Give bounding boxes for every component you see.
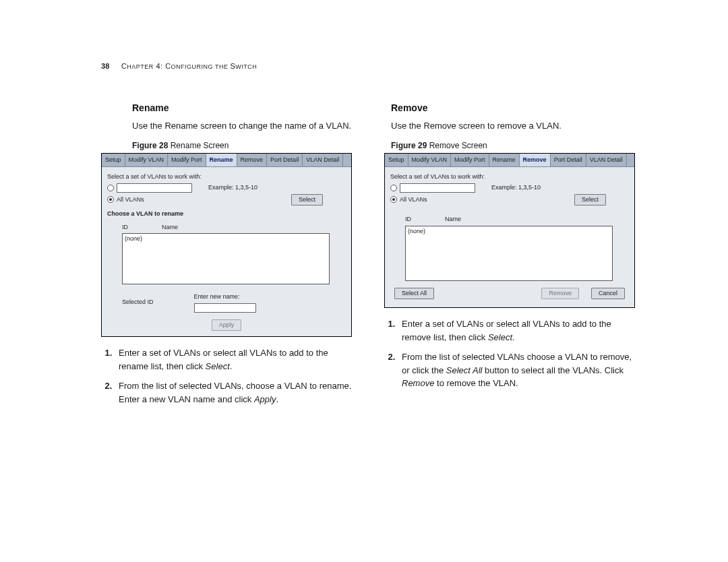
col-id: ID (122, 223, 128, 232)
section-title-remove: Remove (391, 101, 640, 115)
tab-port-detail[interactable]: Port Detail (551, 154, 586, 167)
example-text: Example: 1,3,5-10 (208, 183, 257, 193)
remove-step-1: Enter a set of VLANs or select all VLANs… (398, 317, 640, 344)
rename-step-1: Enter a set of VLANs or select all VLANs… (115, 346, 357, 373)
tab-vlan-detail[interactable]: VLAN Detail (586, 154, 627, 167)
figure-29-caption: Figure 29 Remove Screen (391, 139, 640, 152)
select-all-button[interactable]: Select All (394, 288, 434, 300)
apply-button[interactable]: Apply (212, 319, 242, 332)
selected-id-label: Selected ID (122, 298, 154, 307)
select-set-label: Select a set of VLANs to work with: (107, 173, 346, 182)
radio-set[interactable] (390, 185, 397, 191)
remove-step-2: From the list of selected VLANs choose a… (398, 350, 640, 390)
select-button[interactable]: Select (574, 194, 606, 206)
vlan-listbox[interactable]: (none) (122, 233, 330, 284)
radio-all-vlans[interactable] (107, 196, 114, 203)
vlan-set-input[interactable] (400, 183, 475, 193)
remove-button[interactable]: Remove (541, 288, 579, 300)
tab-modify-port[interactable]: Modify Port (451, 154, 489, 167)
section-title-rename: Rename (132, 101, 357, 115)
remove-screenshot: Setup Modify VLAN Modify Port Rename Rem… (384, 153, 635, 309)
tab-setup[interactable]: Setup (102, 154, 125, 167)
tab-modify-port[interactable]: Modify Port (168, 154, 206, 167)
tab-remove[interactable]: Remove (237, 154, 268, 167)
rename-description: Use the Rename screen to change the name… (132, 119, 357, 133)
col-id: ID (405, 215, 411, 224)
all-vlans-label: All VLANs (117, 195, 144, 205)
tab-modify-vlan[interactable]: Modify VLAN (125, 154, 169, 167)
tab-rename[interactable]: Rename (489, 154, 520, 167)
new-name-label: Enter new name: (194, 293, 240, 300)
new-name-input[interactable] (194, 303, 256, 313)
remove-description: Use the Remove screen to remove a VLAN. (391, 119, 640, 133)
tabs-row: Setup Modify VLAN Modify Port Rename Rem… (102, 154, 351, 168)
tab-modify-vlan[interactable]: Modify VLAN (408, 154, 452, 167)
col-name: Name (445, 215, 461, 224)
right-column: Remove Use the Remove screen to remove a… (384, 61, 640, 412)
remove-steps: Enter a set of VLANs or select all VLANs… (384, 317, 640, 390)
left-column: Rename Use the Rename screen to change t… (101, 61, 357, 412)
radio-all-vlans[interactable] (390, 196, 397, 203)
tab-remove[interactable]: Remove (520, 154, 551, 167)
vlan-set-input[interactable] (117, 183, 192, 193)
example-text: Example: 1,3,5-10 (491, 183, 541, 193)
select-button[interactable]: Select (291, 194, 323, 206)
rename-steps: Enter a set of VLANs or select all VLANs… (101, 346, 357, 406)
figure-28-caption: Figure 28 Rename Screen (132, 139, 357, 152)
tab-vlan-detail[interactable]: VLAN Detail (303, 154, 343, 167)
cancel-button[interactable]: Cancel (591, 288, 625, 300)
radio-set[interactable] (107, 185, 114, 191)
tab-port-detail[interactable]: Port Detail (267, 154, 303, 167)
tab-rename[interactable]: Rename (206, 154, 237, 167)
select-set-label: Select a set of VLANs to work with: (390, 173, 629, 182)
all-vlans-label: All VLANs (400, 195, 427, 205)
rename-screenshot: Setup Modify VLAN Modify Port Rename Rem… (101, 153, 352, 338)
col-name: Name (162, 223, 178, 232)
tabs-row-remove: Setup Modify VLAN Modify Port Rename Rem… (385, 154, 634, 168)
choose-label: Choose a VLAN to rename (107, 210, 346, 219)
vlan-listbox[interactable]: (none) (405, 226, 613, 281)
rename-step-2: From the list of selected VLANs, choose … (115, 379, 357, 406)
tab-setup[interactable]: Setup (385, 154, 408, 167)
